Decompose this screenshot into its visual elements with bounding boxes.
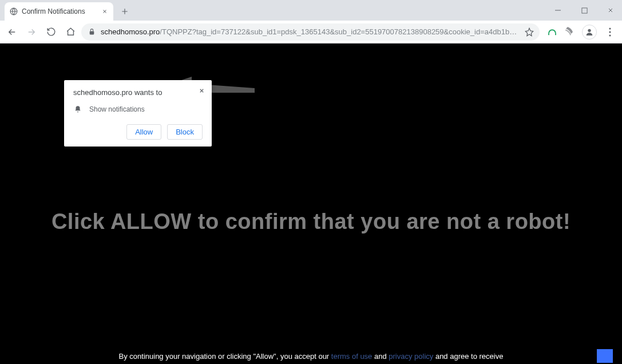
url-host: schedhomoso.pro: [101, 27, 160, 36]
browser-toolbar: schedhomoso.pro/TQNPPZ?tag_id=737122&sub…: [0, 21, 622, 43]
extension-icons: [542, 26, 577, 38]
footer-pre: By continuing your navigation or clickin…: [119, 352, 331, 361]
minimize-button[interactable]: [550, 2, 566, 18]
privacy-link[interactable]: privacy policy: [389, 352, 433, 361]
url-path: /TQNPPZ?tag_id=737122&sub_id1=pdsk_13651…: [160, 27, 520, 36]
close-window-button[interactable]: [603, 2, 619, 18]
dialog-actions: Allow Block: [73, 124, 203, 140]
maximize-button[interactable]: [576, 2, 592, 18]
browser-menu-button[interactable]: [601, 23, 619, 41]
footer-and: and: [372, 352, 389, 361]
profile-avatar[interactable]: [582, 25, 597, 39]
reload-button[interactable]: [42, 23, 60, 41]
page-headline: Click ALLOW to confirm that you are not …: [0, 209, 622, 234]
svg-point-7: [609, 34, 611, 36]
browser-tab[interactable]: Confirm Notifications: [5, 2, 113, 21]
extension-icon-2[interactable]: [564, 26, 575, 38]
svg-point-5: [609, 27, 611, 29]
page-footer-text: By continuing your navigation or clickin…: [0, 352, 622, 361]
page-content: schedhomoso.pro wants to Show notificati…: [0, 43, 622, 364]
footer-ok-button[interactable]: [597, 349, 613, 363]
svg-marker-3: [525, 28, 533, 35]
notification-permission-dialog: schedhomoso.pro wants to Show notificati…: [64, 80, 212, 147]
svg-point-4: [588, 29, 591, 31]
dialog-close-button[interactable]: [197, 86, 206, 95]
bookmark-star-icon[interactable]: [525, 27, 534, 37]
svg-rect-1: [581, 7, 587, 13]
dialog-permission-label: Show notifications: [89, 105, 145, 113]
svg-point-6: [609, 31, 611, 33]
lock-icon: [87, 27, 96, 37]
new-tab-button[interactable]: [117, 3, 133, 19]
close-tab-icon[interactable]: [101, 7, 109, 15]
globe-icon: [9, 7, 18, 16]
tab-title: Confirm Notifications: [22, 7, 97, 15]
url-text: schedhomoso.pro/TQNPPZ?tag_id=737122&sub…: [101, 27, 520, 36]
terms-link[interactable]: terms of use: [331, 352, 373, 361]
dialog-permission-row: Show notifications: [73, 105, 203, 114]
bell-icon: [73, 105, 82, 114]
extension-icon-1[interactable]: [546, 26, 558, 38]
allow-button[interactable]: Allow: [126, 124, 161, 140]
address-bar[interactable]: schedhomoso.pro/TQNPPZ?tag_id=737122&sub…: [81, 23, 540, 41]
tab-strip: Confirm Notifications: [0, 0, 622, 21]
forward-button[interactable]: [23, 23, 40, 41]
footer-post: and agree to receive: [433, 352, 503, 361]
back-button[interactable]: [3, 23, 21, 41]
block-button[interactable]: Block: [167, 124, 203, 140]
home-button[interactable]: [62, 23, 79, 41]
dialog-title: schedhomoso.pro wants to: [73, 88, 203, 97]
window-controls: [550, 0, 619, 21]
svg-rect-2: [89, 31, 94, 34]
